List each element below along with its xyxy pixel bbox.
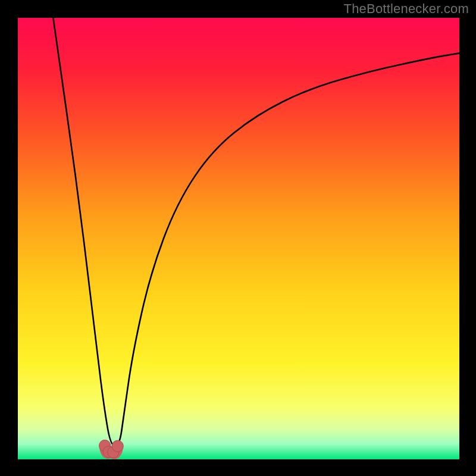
plot-area [18, 18, 459, 459]
plot-svg [18, 18, 459, 459]
watermark-text: TheBottlenecker.com [344, 1, 469, 17]
marker-dot [112, 440, 123, 452]
chart-frame: TheBottlenecker.com [0, 0, 476, 476]
